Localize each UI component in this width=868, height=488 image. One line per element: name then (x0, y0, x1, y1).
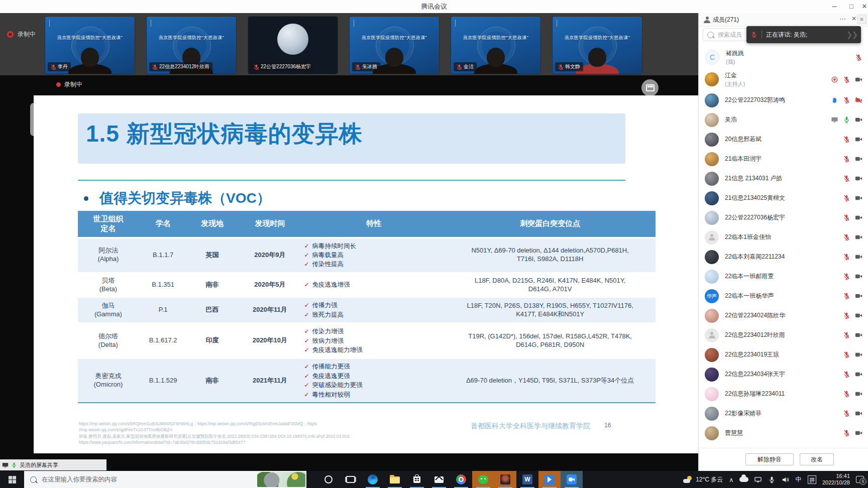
network-icon[interactable] (754, 476, 762, 483)
panel-close-button[interactable]: ✕ (851, 15, 856, 22)
mic-off-icon[interactable] (843, 253, 850, 261)
member-row[interactable]: 20信息邢若斌 (699, 130, 868, 149)
member-row[interactable]: 吴浩 (699, 110, 868, 130)
member-row[interactable]: 江金(主持人) (699, 68, 868, 90)
cam-icon[interactable] (855, 116, 862, 124)
start-button[interactable] (0, 471, 24, 488)
mic-off-icon[interactable] (843, 273, 850, 280)
member-row[interactable]: 22临本1班金佳怡 (699, 227, 868, 247)
cam-icon[interactable] (855, 331, 862, 339)
member-row[interactable]: 21信息 2134031 卢皓 (699, 169, 868, 188)
mic-off-icon[interactable] (843, 233, 850, 241)
rec-icon[interactable] (831, 76, 838, 83)
mic-off-icon[interactable] (843, 96, 850, 104)
taskbar-app-explorer[interactable] (384, 471, 406, 488)
onedrive-icon[interactable] (739, 477, 748, 482)
member-row[interactable]: 22临本刘嘉闻2211234 (699, 247, 868, 267)
cam-icon[interactable] (855, 390, 862, 398)
maximize-button[interactable]: □ (844, 0, 859, 13)
cam-icon[interactable] (855, 214, 862, 221)
cam-icon[interactable] (855, 194, 862, 202)
member-row[interactable]: 22信息孙瑞琳2234011 (699, 384, 868, 404)
mic-off-icon[interactable] (843, 175, 850, 182)
mic-off-icon[interactable] (843, 136, 850, 143)
mic-off-icon[interactable] (843, 155, 850, 163)
mic-off-icon[interactable] (855, 54, 862, 61)
member-row[interactable]: 22临本一班郝雨萱 (699, 267, 868, 286)
taskbar-app-edge[interactable] (362, 471, 384, 488)
speaker-icon[interactable] (782, 476, 789, 483)
cam-icon[interactable] (855, 292, 862, 300)
mic-off-icon[interactable] (843, 312, 850, 319)
cam-icon[interactable] (855, 273, 862, 280)
layout-switch-button[interactable] (641, 79, 659, 96)
cam-icon[interactable] (855, 76, 862, 83)
taskbar-app-wechat[interactable] (472, 471, 494, 488)
microphone-icon[interactable] (768, 476, 776, 483)
panel-collapse-button[interactable]: ≡ (857, 15, 866, 24)
ime-language-indicator[interactable]: 中 (795, 475, 802, 484)
taskbar-app-docs[interactable] (538, 471, 561, 488)
taskbar-app-word[interactable]: W (516, 471, 538, 488)
member-row[interactable]: 21信息2134025黄楷文 (699, 188, 868, 208)
member-row[interactable]: 曹慧慧 (699, 423, 868, 443)
taskbar-search-input[interactable] (41, 475, 208, 483)
member-list[interactable]: C褚跳跳(我)江金(主持人)22公管2227032郭涛鸣吴浩20信息邢若斌21临… (699, 46, 868, 448)
member-row[interactable]: 22影像宋婧菲 (699, 404, 868, 423)
video-tile[interactable]: 燕京医学院疫情防控“大思政课”李丹 (45, 17, 135, 74)
video-tile[interactable]: 燕京医学院疫情防控“大思政课”金洁 (451, 17, 540, 74)
minimize-button[interactable]: ─ (827, 0, 842, 13)
mic-on-icon[interactable] (843, 116, 850, 124)
mic-off-icon[interactable] (843, 429, 850, 437)
member-row[interactable]: 华声22临本一班杨华声 (699, 286, 868, 306)
taskbar-app-cortana[interactable] (317, 471, 340, 488)
video-tile[interactable]: 燕京医学院疫情防控“大思政课”22信息2234012叶欣雨 (147, 17, 236, 74)
taskbar-clock[interactable]: 16:41 2022/10/28 (822, 473, 850, 486)
cam-icon[interactable] (855, 429, 862, 437)
video-tile[interactable]: 22公管2227036杨宏宇 (248, 17, 338, 74)
member-row[interactable]: 22公管2227036杨宏宇 (699, 208, 868, 227)
taskbar-app-taskview[interactable] (340, 471, 362, 488)
cam-icon[interactable] (855, 155, 862, 163)
mic-off-icon[interactable] (843, 331, 850, 339)
screen-icon[interactable] (831, 116, 838, 124)
member-row[interactable]: 22信息2234012叶欣雨 (699, 325, 868, 345)
cam-icon[interactable] (855, 233, 862, 241)
mic-off-icon[interactable] (843, 214, 850, 221)
action-center-icon[interactable]: 1 (856, 476, 864, 483)
hand-icon[interactable] (831, 96, 838, 104)
video-tile[interactable]: 燕京医学院疫情防控“大思政课”韩文静 (553, 17, 642, 74)
taskbar-app-chrome[interactable] (450, 471, 472, 488)
member-row[interactable]: 22信管2234024陈欣华 (699, 306, 868, 325)
close-button[interactable]: ✕ (861, 0, 868, 13)
mic-off-icon[interactable] (843, 371, 850, 378)
mic-off-icon[interactable] (843, 410, 850, 417)
taskbar-app-meeting[interactable] (561, 471, 583, 488)
mic-off-icon[interactable] (843, 194, 850, 202)
mic-off-icon[interactable] (843, 292, 850, 300)
member-row[interactable]: C褚跳跳(我) (699, 46, 868, 68)
weather-widget[interactable]: 12°C 多云 (683, 475, 723, 484)
member-row[interactable]: 21临本田润宇 (699, 149, 868, 169)
member-row[interactable]: 22信息2234019王琼 (699, 345, 868, 364)
taskbar-app-store[interactable] (406, 471, 428, 488)
tray-expand-chevron[interactable]: ∧ (729, 476, 733, 483)
mic-off-icon[interactable] (843, 76, 850, 83)
mic-off-icon[interactable] (843, 390, 850, 398)
cam-icon[interactable] (855, 351, 862, 358)
mic-off-icon[interactable] (843, 351, 850, 358)
member-row[interactable]: 22信息2234034张天宇 (699, 364, 868, 384)
taskbar-app-mail[interactable] (428, 471, 450, 488)
cam-icon[interactable] (855, 371, 862, 378)
cam-icon[interactable] (855, 136, 862, 143)
member-row[interactable]: 22公管2227032郭涛鸣 (699, 90, 868, 110)
cam-off-icon[interactable] (855, 96, 862, 104)
rename-button[interactable]: 改名 (800, 453, 834, 465)
panel-menu-button[interactable]: ⋯ (839, 15, 846, 23)
taskbar-app-game[interactable] (494, 471, 516, 488)
cam-icon[interactable] (855, 253, 862, 261)
cam-icon[interactable] (855, 312, 862, 319)
unmute-button[interactable]: 解除静音 (745, 453, 794, 465)
video-tile[interactable]: 燕京医学院疫情防控“大思政课”朱冰茜 (350, 17, 439, 74)
taskbar-search-box[interactable] (24, 471, 306, 488)
